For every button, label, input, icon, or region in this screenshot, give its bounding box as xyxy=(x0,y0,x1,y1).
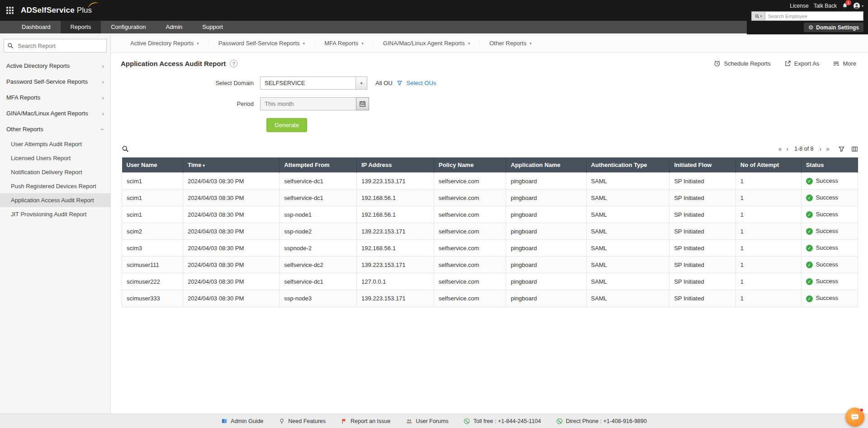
footer-link-user-forums[interactable]: User Forums xyxy=(406,418,448,424)
schedule-reports-button[interactable]: Schedule Reports xyxy=(714,60,770,67)
chevron-down-icon: › xyxy=(100,128,106,130)
status-label: Success xyxy=(816,295,838,301)
sidebar-item-gina-mac-linux-agent-reports[interactable]: GINA/Mac/Linux Agent Reports› xyxy=(0,105,110,121)
tab-reports[interactable]: Reports xyxy=(61,21,101,33)
generate-button[interactable]: Generate xyxy=(266,118,307,132)
sidebar-subitem-application-access-audit-report[interactable]: Application Access Audit Report xyxy=(0,193,110,207)
table-row[interactable]: scim12024/04/03 08:30 PMselfservice-dc11… xyxy=(122,173,858,190)
table-search-icon[interactable] xyxy=(122,145,129,152)
talkback-link[interactable]: Talk Back xyxy=(814,3,837,9)
report-menu-item-other-reports[interactable]: Other Reports▾ xyxy=(480,40,541,47)
footer-link-report-an-issue[interactable]: Report an Issue xyxy=(341,418,390,424)
table-row[interactable]: scim22024/04/03 08:30 PMssp-node2139.223… xyxy=(122,223,858,240)
help-icon[interactable]: ? xyxy=(230,60,237,67)
sidebar: Active Directory Reports›Password Self-S… xyxy=(0,34,111,414)
chevron-right-icon: › xyxy=(102,79,104,85)
report-search-input[interactable] xyxy=(4,39,107,52)
select-ous-link[interactable]: Select OUs xyxy=(407,80,436,86)
next-page-button[interactable]: › xyxy=(817,145,824,153)
table-cell: selfservice-dc1 xyxy=(280,173,357,190)
status-label: Success xyxy=(816,261,838,268)
report-menu-label: Other Reports xyxy=(489,40,526,47)
column-header-initiated-flow[interactable]: Initiated Flow xyxy=(669,157,735,173)
status-cell: ✓Success xyxy=(801,223,858,240)
table-cell: 2024/04/03 08:30 PM xyxy=(183,273,280,290)
sidebar-subitem-licensed-users-report[interactable]: Licensed Users Report xyxy=(0,151,110,165)
filter-icon[interactable] xyxy=(838,146,845,152)
first-page-button[interactable]: « xyxy=(776,145,784,153)
column-header-application-name[interactable]: Application Name xyxy=(506,157,586,173)
employee-search-input[interactable] xyxy=(765,11,863,21)
table-row[interactable]: scim12024/04/03 08:30 PMselfservice-dc11… xyxy=(122,190,858,206)
sidebar-subitem-jit-provisioning-audit-report[interactable]: JIT Provisioning Audit Report xyxy=(0,207,110,221)
more-button[interactable]: More xyxy=(833,60,856,67)
chat-widget[interactable] xyxy=(845,408,864,427)
user-avatar-icon[interactable]: ▾ xyxy=(853,2,863,10)
sidebar-subitem-push-registered-devices-report[interactable]: Push Registered Devices Report xyxy=(0,179,110,193)
footer-link-need-features[interactable]: Need Features xyxy=(279,418,326,424)
status-label: Success xyxy=(816,244,838,251)
report-menu-item-active-directory-reports[interactable]: Active Directory Reports▾ xyxy=(121,40,209,47)
report-menu-item-mfa-reports[interactable]: MFA Reports▾ xyxy=(315,40,374,47)
table-cell: selfservice.com xyxy=(434,173,506,190)
report-menu-item-password-self-service-reports[interactable]: Password Self-Service Reports▾ xyxy=(209,40,315,47)
notifications-bell-icon[interactable]: 1 xyxy=(842,3,848,9)
sidebar-item-password-self-service-reports[interactable]: Password Self-Service Reports› xyxy=(0,74,110,90)
table-row[interactable]: scim12024/04/03 08:30 PMssp-node1192.168… xyxy=(122,206,858,223)
license-link[interactable]: License xyxy=(790,3,808,9)
tab-configuration[interactable]: Configuration xyxy=(101,21,156,33)
column-header-ip-address[interactable]: IP Address xyxy=(356,157,434,173)
sidebar-item-active-directory-reports[interactable]: Active Directory Reports› xyxy=(0,58,110,74)
domain-settings-label: Domain Settings xyxy=(816,24,859,31)
status-cell: ✓Success xyxy=(801,240,858,257)
search-scope-dropdown[interactable]: ▾ xyxy=(751,11,765,21)
table-row[interactable]: scimuser1112024/04/03 08:30 PMselfservic… xyxy=(122,257,858,273)
table-cell: SP Initiated xyxy=(669,206,735,223)
schedule-reports-label: Schedule Reports xyxy=(724,60,770,67)
table-cell: pingboard xyxy=(506,273,586,290)
table-cell: selfservice-dc1 xyxy=(280,273,357,290)
domain-select[interactable]: SELFSERVICE ▾ xyxy=(260,76,367,90)
column-header-authentication-type[interactable]: Authentication Type xyxy=(586,157,669,173)
last-page-button[interactable]: » xyxy=(824,145,832,153)
table-row[interactable]: scimuser3332024/04/03 08:30 PMssp-node31… xyxy=(122,290,858,307)
table-row[interactable]: scimuser2222024/04/03 08:30 PMselfservic… xyxy=(122,273,858,290)
export-as-button[interactable]: Export As xyxy=(784,60,820,67)
report-menubar: Active Directory Reports▾Password Self-S… xyxy=(111,34,868,52)
footer-link-direct-phone-1-408-916-9890[interactable]: Direct Phone : +1-408-916-9890 xyxy=(556,418,647,424)
table-cell: 1 xyxy=(735,206,801,223)
column-header-user-name[interactable]: User Name xyxy=(122,157,183,173)
calendar-icon[interactable] xyxy=(356,97,369,110)
tab-support[interactable]: Support xyxy=(192,21,233,33)
table-cell: selfservice-dc1 xyxy=(280,190,357,206)
table-cell: 1 xyxy=(735,257,801,273)
sidebar-item-other-reports[interactable]: Other Reports› xyxy=(0,121,110,137)
report-menu-item-gina-mac-linux-agent-reports[interactable]: GINA/Mac/Linux Agent Reports▾ xyxy=(374,40,480,47)
table-cell: 139.223.153.171 xyxy=(356,257,434,273)
sidebar-menu: Active Directory Reports›Password Self-S… xyxy=(0,58,110,224)
column-header-label: IP Address xyxy=(361,162,392,168)
column-header-time[interactable]: Time ▾ xyxy=(183,157,280,173)
column-header-status[interactable]: Status xyxy=(801,157,858,173)
column-header-attempted-from[interactable]: Attempted From xyxy=(280,157,357,173)
period-input[interactable] xyxy=(260,97,356,110)
prev-page-button[interactable]: ‹ xyxy=(784,145,791,153)
tab-admin[interactable]: Admin xyxy=(156,21,192,33)
table-cell: 127.0.0.1 xyxy=(356,273,434,290)
table-row[interactable]: scim32024/04/03 08:30 PMsspnode-2192.168… xyxy=(122,240,858,257)
column-header-no-of-attempt[interactable]: No of Attempt xyxy=(735,157,801,173)
tab-dashboard[interactable]: Dashboard xyxy=(12,21,61,33)
column-chooser-icon[interactable] xyxy=(851,146,858,152)
ou-filter-icon[interactable] xyxy=(397,80,403,86)
sidebar-subitem-user-attempts-audit-report[interactable]: User Attempts Audit Report xyxy=(0,137,110,151)
footer-link-admin-guide[interactable]: Admin Guide xyxy=(221,418,263,424)
table-cell: pingboard xyxy=(506,257,586,273)
apps-grid-icon[interactable] xyxy=(6,7,14,14)
sidebar-subitem-notification-delivery-report[interactable]: Notification Delivery Report xyxy=(0,165,110,179)
domain-settings-button[interactable]: ⚙ Domain Settings xyxy=(804,23,863,32)
column-header-policy-name[interactable]: Policy Name xyxy=(434,157,506,173)
footer-link-toll-free-1-844-245-1104[interactable]: Toll free : +1-844-245-1104 xyxy=(464,418,541,424)
table-cell: 2024/04/03 08:30 PM xyxy=(183,240,280,257)
report-menu-label: GINA/Mac/Linux Agent Reports xyxy=(383,40,465,47)
sidebar-item-mfa-reports[interactable]: MFA Reports› xyxy=(0,90,110,105)
